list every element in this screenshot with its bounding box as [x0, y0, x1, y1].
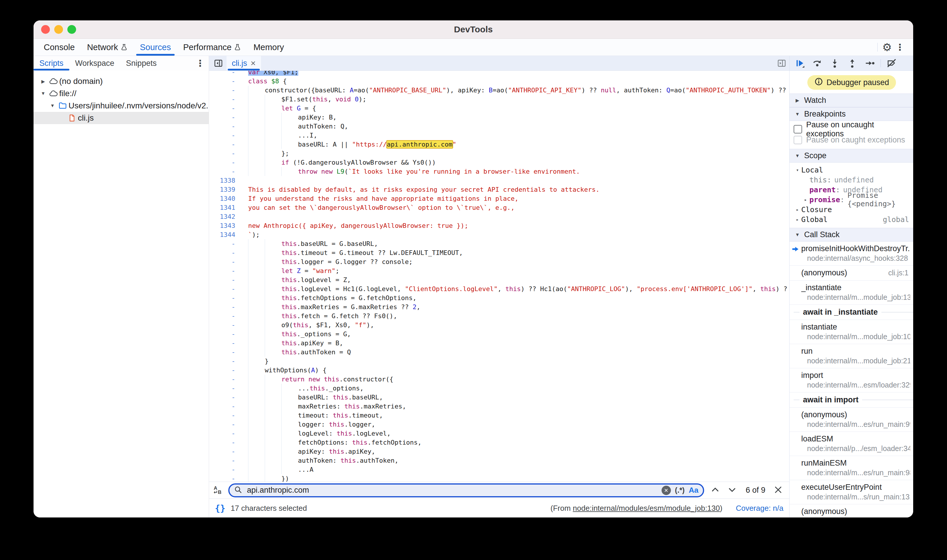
disclosure-right-icon[interactable]: ▸ — [794, 217, 801, 222]
pretty-print-button[interactable]: {} — [215, 503, 225, 513]
breakpoints-section-header[interactable]: ▼Breakpoints — [790, 107, 913, 121]
tab-sources[interactable]: Sources — [134, 39, 177, 55]
deactivate-breakpoints-button[interactable] — [884, 57, 899, 70]
navigator-tab-snippets[interactable]: Snippets — [120, 56, 162, 71]
disclosure-right-icon[interactable]: ▸ — [794, 207, 801, 212]
line-number[interactable]: - — [209, 266, 240, 275]
line-number[interactable]: - — [209, 275, 240, 285]
line-number[interactable]: - — [209, 104, 240, 113]
match-case-toggle[interactable]: Aa — [689, 486, 698, 495]
line-number[interactable]: - — [209, 248, 240, 257]
source-code-editor[interactable]: -var Xs0, $F1;-class $8 {-constructor({b… — [209, 71, 789, 482]
watch-section-header[interactable]: ▶Watch — [790, 94, 913, 107]
scope-row[interactable]: ▸promise: Promise {<pending>} — [790, 195, 913, 205]
line-number[interactable]: - — [209, 402, 240, 411]
line-number[interactable]: - — [209, 420, 240, 429]
scope-row[interactable]: ▸Globalglobal — [790, 214, 913, 225]
tab-memory[interactable]: Memory — [247, 39, 290, 55]
disclosure-down-icon[interactable]: ▾ — [794, 167, 801, 173]
navigator-tab-scripts[interactable]: Scripts — [34, 56, 69, 71]
line-number[interactable]: - — [209, 357, 240, 366]
breakpoint-option[interactable]: Pause on uncaught exceptions — [794, 124, 910, 135]
line-number[interactable]: - — [209, 86, 240, 95]
source-origin-link[interactable]: node:internal/modules/esm/module_job:130 — [573, 504, 720, 512]
line-number[interactable]: - — [209, 311, 240, 320]
next-match-icon[interactable] — [728, 485, 737, 495]
maximize-window-button[interactable] — [67, 25, 76, 34]
line-number[interactable]: - — [209, 302, 240, 311]
line-number[interactable]: - — [209, 239, 240, 248]
callstack-frame[interactable]: (anonymous)node:internal/m...main_module… — [790, 505, 913, 517]
line-number[interactable]: - — [209, 447, 240, 456]
callstack-frame[interactable]: (anonymous)cli.js:1 — [790, 266, 913, 281]
line-number[interactable]: - — [209, 140, 240, 149]
line-number[interactable]: - — [209, 285, 240, 294]
clear-search-icon[interactable]: × — [662, 486, 671, 495]
line-number[interactable]: - — [209, 329, 240, 338]
line-number[interactable]: - — [209, 71, 240, 77]
search-input[interactable] — [246, 485, 657, 495]
line-number[interactable]: - — [209, 113, 240, 122]
callstack-frame[interactable]: runMainESMnode:internal/m...es/run_main:… — [790, 456, 913, 480]
line-number[interactable]: - — [209, 294, 240, 302]
checkbox[interactable] — [794, 136, 802, 144]
callstack-frame[interactable]: executeUserEntryPointnode:internal/m...s… — [790, 480, 913, 505]
callstack-frame[interactable]: instantiatenode:internal/m...module_job:… — [790, 320, 913, 344]
previous-match-icon[interactable] — [711, 485, 720, 495]
line-number[interactable]: 1341 — [209, 203, 240, 212]
step-over-button[interactable] — [810, 57, 825, 70]
line-number[interactable]: - — [209, 95, 240, 104]
disclosure-right-icon[interactable]: ▸ — [802, 197, 810, 203]
line-number[interactable]: - — [209, 348, 240, 357]
tree-item-file-[interactable]: ▼file:// — [34, 88, 209, 100]
line-number[interactable]: 1344 — [209, 230, 240, 239]
line-number[interactable]: - — [209, 338, 240, 348]
line-number[interactable]: 1340 — [209, 194, 240, 203]
line-number[interactable]: 1343 — [209, 221, 240, 230]
line-number[interactable]: - — [209, 411, 240, 420]
line-number[interactable]: - — [209, 122, 240, 131]
line-number[interactable]: - — [209, 131, 240, 140]
resume-script-button[interactable] — [793, 57, 807, 70]
tab-performance[interactable]: Performance — [177, 39, 247, 55]
line-number[interactable]: - — [209, 77, 240, 86]
line-number[interactable]: - — [209, 474, 240, 482]
coverage-link[interactable]: Coverage: n/a — [736, 504, 784, 513]
callstack-frame[interactable]: (anonymous)node:internal/m...es/run_main… — [790, 408, 913, 432]
callstack-frame[interactable]: runnode:internal/m...module_job:214 — [790, 344, 913, 368]
close-window-button[interactable] — [41, 25, 50, 34]
callstack-frame[interactable]: loadESMnode:internal/p.../esm_loader:34 — [790, 432, 913, 456]
scope-row[interactable]: this: undefined — [790, 175, 913, 185]
line-number[interactable]: - — [209, 429, 240, 438]
callstack-frame[interactable]: _instantiatenode:internal/m...module_job… — [790, 281, 913, 305]
minimize-window-button[interactable] — [54, 25, 63, 34]
line-number[interactable]: - — [209, 456, 240, 465]
navigator-more-options-icon[interactable]: ⋮ — [192, 56, 209, 71]
line-number[interactable]: - — [209, 158, 240, 167]
callstack-frame[interactable]: promiseInitHookWithDestroyTr...node:inte… — [790, 242, 913, 266]
call-stack-section-header[interactable]: ▼Call Stack — [790, 228, 913, 242]
line-number[interactable]: 1338 — [209, 176, 240, 185]
close-tab-icon[interactable]: × — [251, 59, 256, 68]
line-number[interactable]: - — [209, 438, 240, 447]
settings-gear-icon[interactable]: ⚙ — [882, 42, 892, 53]
checkbox[interactable] — [794, 125, 802, 134]
line-number[interactable]: - — [209, 366, 240, 375]
tab-console[interactable]: Console — [38, 39, 81, 55]
tree-item--no-domain-[interactable]: ▶(no domain) — [34, 75, 209, 88]
editor-tab-cli-js[interactable]: cli.js × — [227, 56, 261, 71]
line-number[interactable]: - — [209, 393, 240, 402]
step-button[interactable] — [862, 57, 877, 70]
collapse-navigator-icon[interactable] — [209, 56, 227, 71]
close-find-bar-icon[interactable] — [772, 485, 785, 495]
tree-item-users-jinhuilee-nvm-versions-node-v2-[interactable]: ▼Users/jinhuilee/.nvm/versions/node/v2..… — [34, 100, 209, 112]
scope-section-header[interactable]: ▼Scope — [790, 149, 913, 163]
line-number[interactable]: 1342 — [209, 212, 240, 221]
line-number[interactable]: - — [209, 465, 240, 474]
toggle-debugger-sidebar-icon[interactable] — [777, 56, 789, 71]
replace-toggle-icon[interactable]: A↵B — [214, 486, 224, 494]
regex-toggle[interactable]: (.*) — [675, 486, 685, 494]
more-options-icon[interactable]: ⋮ — [892, 43, 908, 52]
step-into-button[interactable] — [827, 57, 842, 70]
tree-item-cli-js[interactable]: cli.js — [34, 112, 230, 124]
